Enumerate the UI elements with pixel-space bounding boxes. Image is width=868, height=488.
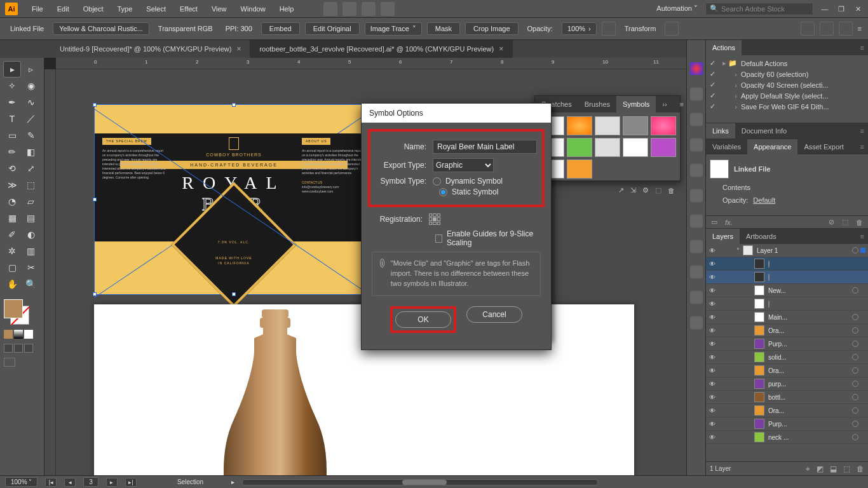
layer-name[interactable] [766,274,865,281]
tab-close-icon[interactable]: × [236,44,241,53]
preset-name[interactable]: Yellow & Charcoal Rustic... [53,22,149,35]
panel-menu-icon[interactable]: ≡ [857,139,868,154]
layer-row[interactable]: 👁Purp... [706,337,868,351]
zoom-level[interactable]: 100% ˅ [5,477,37,487]
width-tool[interactable]: ≫ [4,177,20,193]
layer-row[interactable]: 👁neck ... [706,431,868,444]
layer-target[interactable] [768,301,770,308]
layer-name[interactable]: Ora... [766,327,850,334]
align-panel-icon[interactable] [690,291,703,304]
layer-name[interactable]: Layer 1 [755,247,850,254]
layer-row[interactable]: 👁 [706,297,868,311]
first-artboard-button[interactable]: |◂ [45,478,57,487]
transparency-panel-icon[interactable] [690,164,703,177]
layers-tab[interactable]: Layers [706,229,740,244]
cancel-button[interactable]: Cancel [466,306,522,323]
stroke-panel-icon[interactable] [690,113,703,126]
layer-row[interactable]: 👁Main... [706,311,868,324]
magic-wand-tool[interactable]: ✧ [4,78,20,93]
appearance-delete-icon[interactable]: 🗑 [856,219,863,226]
artboards-tab[interactable]: Artboards [740,229,783,244]
dynamic-symbol-radio[interactable] [433,177,441,186]
menu-file[interactable]: File [25,3,50,15]
new-layer-icon[interactable]: ⬚ [843,464,850,473]
layer-name[interactable]: New... [766,287,850,294]
visibility-toggle[interactable]: 👁 [706,434,719,441]
embed-button[interactable]: Embed [261,22,300,35]
ctlbar-icon-2[interactable] [820,22,834,36]
appearance-opacity-value[interactable]: Default [753,196,775,204]
visibility-toggle[interactable]: 👁 [706,394,719,401]
ctlbar-menu-icon[interactable]: ≡ [858,25,862,32]
tab-close-icon[interactable]: × [499,44,503,53]
gradient-mode-icon[interactable] [14,330,23,339]
search-stock-input[interactable]: 🔍 Search Adobe Stock [705,3,813,15]
variables-tab[interactable]: Variables [706,139,747,154]
opacity-value[interactable]: 100%› [562,22,597,35]
layer-target[interactable] [852,327,858,334]
stock-icon[interactable] [342,2,356,16]
visibility-toggle[interactable]: 👁 [706,354,719,361]
image-trace-dropdown[interactable]: Image Trace˅ [365,22,422,36]
export-type-select[interactable]: Graphic [433,158,494,172]
pathfinder-icon[interactable] [690,316,703,329]
panel-menu-icon[interactable]: ≡ [857,40,868,55]
symbol-place-icon[interactable]: ↗ [618,186,624,194]
menu-help[interactable]: Help [273,3,301,15]
menu-window[interactable]: Window [234,3,272,15]
layer-name[interactable]: Ora... [766,407,850,414]
delete-layer-icon[interactable]: 🗑 [857,464,864,473]
brushes-tab[interactable]: Brushes [578,96,616,112]
symbol-item[interactable] [567,159,592,179]
prev-artboard-button[interactable]: ◂ [64,478,76,487]
layer-row[interactable]: 👁Ora... [706,364,868,377]
artwork-beer-label[interactable]: COWBOY BROTHERS HAND-CRAFTED BEVERAGE RO… [94,104,374,295]
paintbrush-tool[interactable]: ✎ [23,128,39,143]
selection-handle[interactable] [93,198,97,201]
asset-export-tab[interactable]: Asset Export [797,139,850,154]
nine-slice-checkbox[interactable] [435,234,442,243]
next-artboard-button[interactable]: ▸ [106,478,118,487]
document-info-tab[interactable]: Document Info [735,123,794,139]
gradient-panel-icon[interactable] [690,139,703,151]
appearance-tab[interactable]: Appearance [747,139,797,154]
horizontal-scrollbar[interactable] [242,479,598,485]
shaper-tool[interactable]: ✏ [4,144,20,159]
shape-builder-tool[interactable]: ◔ [4,194,20,209]
curvature-tool[interactable]: ∿ [23,95,39,110]
slice-tool[interactable]: ✂ [23,260,39,275]
edit-original-button[interactable]: Edit Original [305,22,360,35]
free-transform-tool[interactable]: ⬚ [23,177,39,193]
layer-name[interactable]: purp... [766,381,850,388]
hand-tool[interactable]: ✋ [4,276,20,292]
selection-handle[interactable] [93,292,97,296]
visibility-toggle[interactable]: 👁 [706,247,719,254]
mask-button[interactable]: Mask [427,22,460,35]
layer-row[interactable]: 👁New... [706,284,868,297]
artboard-number[interactable]: 3 [83,477,98,487]
layer-target[interactable] [852,367,858,374]
mesh-tool[interactable]: ▦ [4,210,20,226]
lasso-tool[interactable]: ◉ [23,78,39,93]
menu-object[interactable]: Object [77,3,110,15]
document-tab-1[interactable]: rootbeer_bottle_3d_revolve [Recovered].a… [250,40,513,58]
fill-swatch[interactable] [4,299,23,318]
selection-handle[interactable] [93,103,97,107]
eyedropper-tool[interactable]: ✐ [4,227,20,242]
ctlbar-icon-3[interactable] [839,22,853,36]
appearance-add-icon[interactable]: ▭ [711,218,717,226]
layer-row[interactable]: 👁purp... [706,377,868,391]
layer-name[interactable]: neck ... [766,434,850,441]
layer-name[interactable]: Purp... [766,421,850,428]
layer-name[interactable]: Main... [766,314,850,321]
brushes-panel-icon[interactable] [690,215,703,227]
layer-target[interactable] [852,287,858,294]
layer-name[interactable] [766,261,865,268]
window-restore[interactable]: ❐ [836,5,846,13]
artboard-tool[interactable]: ▢ [4,260,20,275]
appearance-clear-icon[interactable]: ⊘ [829,218,834,226]
layer-row[interactable]: 👁 [706,271,868,284]
scrollbar-thumb[interactable] [402,480,447,485]
symbol-item[interactable] [567,138,592,157]
workspace-switcher[interactable]: Automation ˅ [650,2,704,15]
